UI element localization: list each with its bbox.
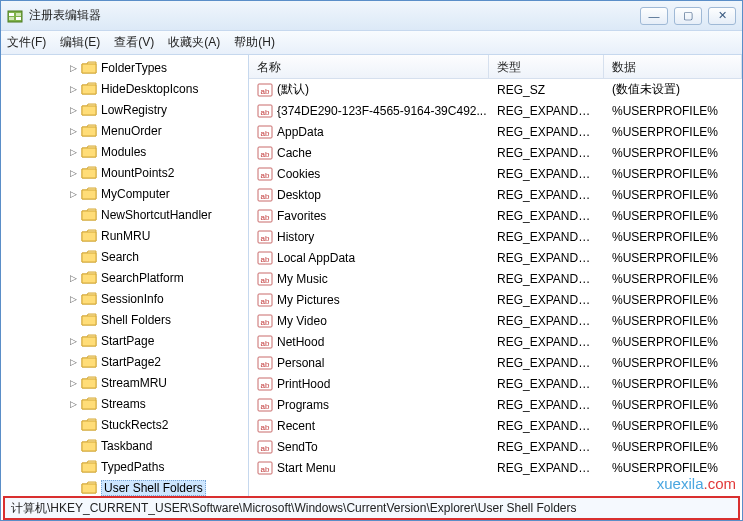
value-data-cell: (数值未设置) xyxy=(604,81,742,98)
svg-text:ab: ab xyxy=(261,234,270,243)
tree-node[interactable]: TypedPaths xyxy=(65,456,248,477)
tree-node[interactable]: RunMRU xyxy=(65,225,248,246)
column-data[interactable]: 数据 xyxy=(604,55,742,78)
expand-icon[interactable] xyxy=(67,209,79,221)
value-row[interactable]: abRecent REG_EXPAND_SZ %USERPROFILE% xyxy=(249,415,742,436)
expand-icon[interactable]: ▷ xyxy=(67,167,79,179)
tree-node[interactable]: ▷ MountPoints2 xyxy=(65,162,248,183)
folder-icon xyxy=(81,103,97,117)
menu-favorites[interactable]: 收藏夹(A) xyxy=(168,34,220,51)
tree-node-label: StreamMRU xyxy=(101,376,167,390)
tree-node[interactable]: ▷ StartPage xyxy=(65,330,248,351)
expand-icon[interactable]: ▷ xyxy=(67,272,79,284)
value-data-cell: %USERPROFILE% xyxy=(604,335,742,349)
expand-icon[interactable] xyxy=(67,251,79,263)
svg-text:ab: ab xyxy=(261,297,270,306)
folder-icon xyxy=(81,187,97,201)
expand-icon[interactable]: ▷ xyxy=(67,62,79,74)
value-row[interactable]: abFavorites REG_EXPAND_SZ %USERPROFILE% xyxy=(249,205,742,226)
expand-icon[interactable]: ▷ xyxy=(67,146,79,158)
value-type-cell: REG_EXPAND_SZ xyxy=(489,335,604,349)
value-row[interactable]: abDesktop REG_EXPAND_SZ %USERPROFILE% xyxy=(249,184,742,205)
tree-node[interactable]: ▷ Streams xyxy=(65,393,248,414)
value-row[interactable]: abCache REG_EXPAND_SZ %USERPROFILE% xyxy=(249,142,742,163)
menu-view[interactable]: 查看(V) xyxy=(114,34,154,51)
value-row[interactable]: abStart Menu REG_EXPAND_SZ %USERPROFILE% xyxy=(249,457,742,478)
tree-node[interactable]: NewShortcutHandler xyxy=(65,204,248,225)
tree-node[interactable]: StuckRects2 xyxy=(65,414,248,435)
tree-node[interactable]: ▷ MenuOrder xyxy=(65,120,248,141)
expand-icon[interactable] xyxy=(67,419,79,431)
svg-text:ab: ab xyxy=(261,108,270,117)
value-type-cell: REG_EXPAND_SZ xyxy=(489,398,604,412)
value-data-cell: %USERPROFILE% xyxy=(604,398,742,412)
value-row[interactable]: abCookies REG_EXPAND_SZ %USERPROFILE% xyxy=(249,163,742,184)
tree-node[interactable]: ▷ StartPage2 xyxy=(65,351,248,372)
folder-icon xyxy=(81,229,97,243)
expand-icon[interactable]: ▷ xyxy=(67,125,79,137)
tree-node[interactable]: Shell Folders xyxy=(65,309,248,330)
column-type[interactable]: 类型 xyxy=(489,55,604,78)
column-name[interactable]: 名称 xyxy=(249,55,489,78)
expand-icon[interactable]: ▷ xyxy=(67,398,79,410)
value-row[interactable]: abMy Pictures REG_EXPAND_SZ %USERPROFILE… xyxy=(249,289,742,310)
value-name-cell: abCache xyxy=(249,145,489,161)
value-row[interactable]: abAppData REG_EXPAND_SZ %USERPROFILE% xyxy=(249,121,742,142)
tree-node[interactable]: ▷ LowRegistry xyxy=(65,99,248,120)
tree-node[interactable]: User Shell Folders xyxy=(65,477,248,496)
tree-node-label: Taskband xyxy=(101,439,152,453)
menu-help[interactable]: 帮助(H) xyxy=(234,34,275,51)
regedit-icon xyxy=(7,8,23,24)
string-value-icon: ab xyxy=(257,103,273,119)
expand-icon[interactable]: ▷ xyxy=(67,104,79,116)
expand-icon[interactable] xyxy=(67,230,79,242)
value-row[interactable]: abPersonal REG_EXPAND_SZ %USERPROFILE% xyxy=(249,352,742,373)
tree-node[interactable]: ▷ HideDesktopIcons xyxy=(65,78,248,99)
tree-node[interactable]: Search xyxy=(65,246,248,267)
expand-icon[interactable]: ▷ xyxy=(67,188,79,200)
value-data-cell: %USERPROFILE% xyxy=(604,377,742,391)
expand-icon[interactable]: ▷ xyxy=(67,356,79,368)
expand-icon[interactable] xyxy=(67,440,79,452)
expand-icon[interactable]: ▷ xyxy=(67,335,79,347)
menu-edit[interactable]: 编辑(E) xyxy=(60,34,100,51)
tree-node[interactable]: ▷ Modules xyxy=(65,141,248,162)
value-row[interactable]: abPrintHood REG_EXPAND_SZ %USERPROFILE% xyxy=(249,373,742,394)
menu-file[interactable]: 文件(F) xyxy=(7,34,46,51)
value-name-cell: abStart Menu xyxy=(249,460,489,476)
svg-rect-1 xyxy=(9,13,14,16)
tree-node[interactable]: ▷ SessionInfo xyxy=(65,288,248,309)
expand-icon[interactable]: ▷ xyxy=(67,377,79,389)
titlebar[interactable]: 注册表编辑器 — ▢ ✕ xyxy=(1,1,742,31)
value-type-cell: REG_EXPAND_SZ xyxy=(489,146,604,160)
expand-icon[interactable]: ▷ xyxy=(67,83,79,95)
tree-node[interactable]: ▷ StreamMRU xyxy=(65,372,248,393)
value-row[interactable]: abMy Music REG_EXPAND_SZ %USERPROFILE% xyxy=(249,268,742,289)
tree-node[interactable]: ▷ SearchPlatform xyxy=(65,267,248,288)
tree-node-label: Modules xyxy=(101,145,146,159)
expand-icon[interactable] xyxy=(67,461,79,473)
maximize-button[interactable]: ▢ xyxy=(674,7,702,25)
value-row[interactable]: abSendTo REG_EXPAND_SZ %USERPROFILE% xyxy=(249,436,742,457)
tree-node[interactable]: ▷ FolderTypes xyxy=(65,57,248,78)
tree-node[interactable]: ▷ MyComputer xyxy=(65,183,248,204)
value-row[interactable]: abMy Video REG_EXPAND_SZ %USERPROFILE% xyxy=(249,310,742,331)
value-row[interactable]: ab{374DE290-123F-4565-9164-39C492... REG… xyxy=(249,100,742,121)
value-row[interactable]: abNetHood REG_EXPAND_SZ %USERPROFILE% xyxy=(249,331,742,352)
list-body[interactable]: ab(默认) REG_SZ (数值未设置)ab{374DE290-123F-45… xyxy=(249,79,742,496)
close-button[interactable]: ✕ xyxy=(708,7,736,25)
expand-icon[interactable] xyxy=(67,314,79,326)
svg-text:ab: ab xyxy=(261,402,270,411)
expand-icon[interactable]: ▷ xyxy=(67,293,79,305)
value-data-cell: %USERPROFILE% xyxy=(604,440,742,454)
value-row[interactable]: abHistory REG_EXPAND_SZ %USERPROFILE% xyxy=(249,226,742,247)
svg-text:ab: ab xyxy=(261,192,270,201)
tree-node[interactable]: Taskband xyxy=(65,435,248,456)
svg-text:ab: ab xyxy=(261,465,270,474)
tree-panel[interactable]: ▷ FolderTypes ▷ HideDesktopIcons ▷ LowRe… xyxy=(1,55,249,496)
value-row[interactable]: abPrograms REG_EXPAND_SZ %USERPROFILE% xyxy=(249,394,742,415)
expand-icon[interactable] xyxy=(67,482,79,494)
minimize-button[interactable]: — xyxy=(640,7,668,25)
value-row[interactable]: abLocal AppData REG_EXPAND_SZ %USERPROFI… xyxy=(249,247,742,268)
value-row[interactable]: ab(默认) REG_SZ (数值未设置) xyxy=(249,79,742,100)
